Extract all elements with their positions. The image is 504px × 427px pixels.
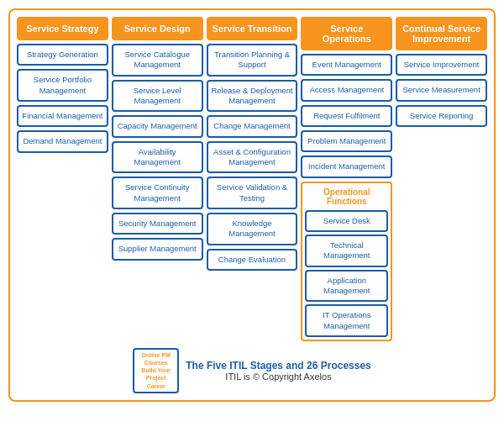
item-problem: Problem Management xyxy=(301,130,392,152)
column-service-design: Service Design Service Catalogue Managem… xyxy=(112,17,203,341)
column-service-transition: Service Transition Transition Planning &… xyxy=(207,17,298,341)
item-service-desk: Service Desk xyxy=(305,210,388,232)
logo: Online PM Courses Build Your Project Car… xyxy=(133,348,179,393)
item-change-mgmt: Change Management xyxy=(207,115,298,137)
item-release-deployment: Release & Deployment Management xyxy=(207,80,298,113)
item-service-validation: Service Validation & Testing xyxy=(207,177,298,209)
operational-functions-group: Operational Functions Service Desk Techn… xyxy=(301,182,392,341)
item-service-portfolio-mgmt: Service Portfolio Management xyxy=(17,69,108,102)
footer-title: The Five ITIL Stages and 26 Processes xyxy=(186,360,371,372)
item-incident: Incident Management xyxy=(301,156,392,177)
item-availability: Availability Management xyxy=(112,141,203,174)
item-supplier: Supplier Management xyxy=(112,238,203,260)
logo-line1: Online PM Courses xyxy=(142,352,171,366)
operational-functions-label: Operational Functions xyxy=(305,186,388,208)
item-service-reporting: Service Reporting xyxy=(396,105,487,127)
header-service-strategy: Service Strategy xyxy=(17,17,108,40)
item-demand-mgmt: Demand Management xyxy=(17,130,108,152)
column-service-strategy: Service Strategy Strategy Generation Ser… xyxy=(17,17,108,341)
item-service-improvement: Service Improvement xyxy=(396,54,487,76)
item-technical-mgmt: Technical Management xyxy=(305,235,388,267)
item-knowledge: Knowledge Management xyxy=(207,213,298,245)
item-service-level: Service Level Management xyxy=(112,80,203,113)
main-container: Service Strategy Strategy Generation Ser… xyxy=(8,8,496,402)
logo-line2: Build Your Project Career xyxy=(141,367,171,388)
item-transition-planning: Transition Planning & Support xyxy=(207,44,298,76)
column-service-operations: Service Operations Event Management Acce… xyxy=(301,17,392,341)
column-csi: Continual Service Improvement Service Im… xyxy=(396,17,487,341)
header-csi: Continual Service Improvement xyxy=(396,17,487,50)
footer-text: The Five ITIL Stages and 26 Processes IT… xyxy=(186,360,371,382)
header-service-transition: Service Transition xyxy=(207,17,298,40)
columns-container: Service Strategy Strategy Generation Ser… xyxy=(17,17,487,341)
item-request: Request Fulfilment xyxy=(301,105,392,127)
item-financial-mgmt: Financial Management xyxy=(17,105,108,127)
item-asset-config: Asset & Configuration Management xyxy=(207,141,298,174)
item-access: Access Management xyxy=(301,79,392,101)
item-service-catalogue: Service Catalogue Management xyxy=(112,44,203,76)
item-change-evaluation: Change Evaluation xyxy=(207,249,298,271)
header-service-operations: Service Operations xyxy=(301,17,392,50)
footer: Online PM Courses Build Your Project Car… xyxy=(17,348,487,393)
item-application-mgmt: Application Management xyxy=(305,270,388,303)
header-service-design: Service Design xyxy=(112,17,203,40)
footer-subtitle: ITIL is © Copyright Axelos xyxy=(225,372,331,382)
item-security: Security Management xyxy=(112,213,203,235)
item-event: Event Management xyxy=(301,54,392,76)
item-service-measurement: Service Measurement xyxy=(396,79,487,101)
item-service-continuity: Service Continuity Management xyxy=(112,177,203,209)
item-strategy-generation: Strategy Generation xyxy=(17,44,108,66)
item-capacity: Capacity Management xyxy=(112,115,203,137)
item-it-operations: IT Operations Management xyxy=(305,304,388,337)
